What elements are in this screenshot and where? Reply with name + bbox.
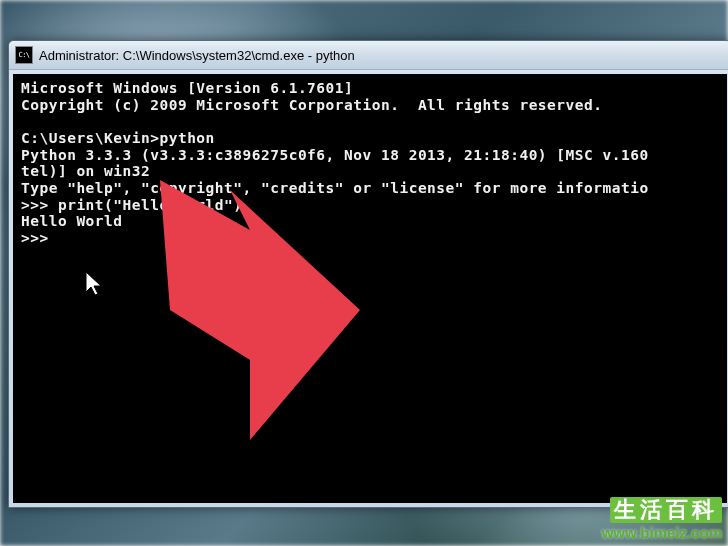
- terminal-output[interactable]: Microsoft Windows [Version 6.1.7601] Cop…: [13, 74, 727, 503]
- cmd-icon: C:\: [15, 46, 33, 64]
- watermark-brand: 生活百科: [610, 497, 722, 523]
- watermark: 生活百科 www.bimeiz.com: [602, 497, 722, 540]
- watermark-url: www.bimeiz.com: [602, 525, 722, 540]
- titlebar[interactable]: C:\ Administrator: C:\Windows\system32\c…: [9, 41, 728, 70]
- cmd-window: C:\ Administrator: C:\Windows\system32\c…: [8, 40, 728, 508]
- window-title: Administrator: C:\Windows\system32\cmd.e…: [39, 48, 355, 63]
